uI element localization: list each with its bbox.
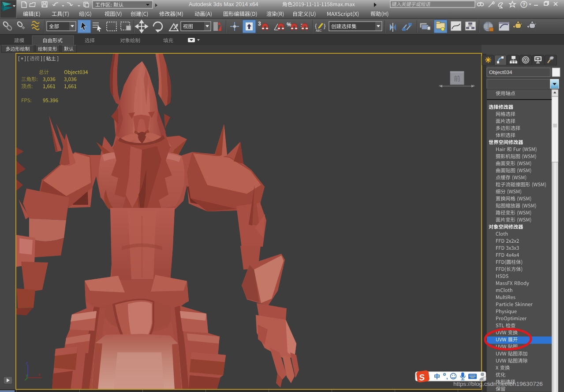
svg-text:z: z <box>26 361 28 365</box>
svg-text:?: ? <box>523 2 525 7</box>
svg-text:ABC: ABC <box>316 29 322 32</box>
svg-text:Object034: Object034 <box>489 70 512 75</box>
svg-text:,: , <box>446 374 448 380</box>
svg-text:}: } <box>324 22 326 29</box>
svg-text:https://blog.csdn.net/lbh19630: https://blog.csdn.net/lbh19630726 <box>453 381 543 387</box>
svg-text:{: { <box>315 22 317 29</box>
svg-text:%: % <box>287 22 291 28</box>
svg-text:Autodesk 3ds Max 2014 x64: Autodesk 3ds Max 2014 x64 <box>189 1 258 7</box>
svg-text:3: 3 <box>258 21 261 27</box>
